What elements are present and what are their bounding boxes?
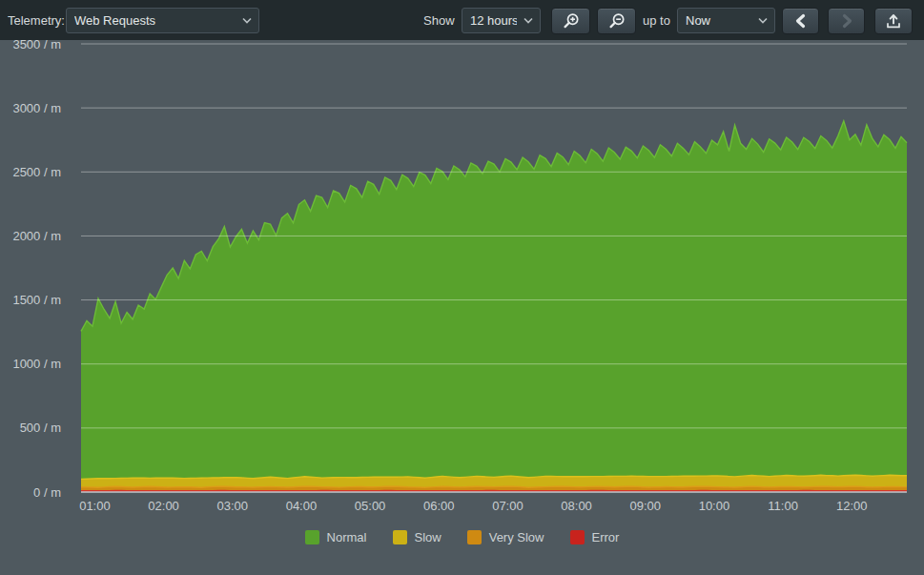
legend-swatch-error xyxy=(570,530,585,544)
telemetry-select-wrap: Web Requests xyxy=(66,8,259,33)
chevron-right-icon xyxy=(838,12,855,30)
legend-label: Error xyxy=(592,530,620,544)
y-axis-label: 1000 / m xyxy=(12,357,61,371)
x-axis-label: 10:00 xyxy=(699,499,730,513)
y-axis-label: 3500 / m xyxy=(12,38,61,51)
upto-select[interactable]: Now xyxy=(677,8,775,33)
y-axis-label: 500 / m xyxy=(20,421,61,435)
x-axis-label: 12:00 xyxy=(836,499,868,513)
telemetry-chart: 0 / m500 / m1000 / m1500 / m2000 / m2500… xyxy=(0,38,924,520)
y-axis-label: 0 / m xyxy=(33,485,61,500)
y-axis-label: 3000 / m xyxy=(12,101,61,115)
chart-legend: NormalSlowVery SlowError xyxy=(0,530,924,544)
zoom-out-button[interactable] xyxy=(597,8,636,34)
telemetry-label: Telemetry: xyxy=(8,13,65,28)
legend-swatch-very-slow xyxy=(467,530,482,544)
zoom-in-button[interactable] xyxy=(551,8,590,34)
legend-swatch-normal xyxy=(305,530,319,544)
telemetry-select[interactable]: Web Requests xyxy=(66,8,259,33)
legend-label: Very Slow xyxy=(489,530,544,544)
show-select-wrap: 12 hours xyxy=(462,8,541,33)
x-axis-label: 06:00 xyxy=(423,499,455,513)
show-range-select[interactable]: 12 hours xyxy=(462,8,541,33)
show-label: Show xyxy=(423,13,455,28)
upload-tray-icon xyxy=(884,11,903,31)
upto-label: up to xyxy=(643,13,670,28)
x-axis-label: 09:00 xyxy=(629,499,661,513)
x-axis-label: 07:00 xyxy=(492,499,524,513)
legend-item-very-slow: Very Slow xyxy=(467,530,544,544)
next-button[interactable] xyxy=(828,8,865,34)
x-axis-label: 01:00 xyxy=(79,499,111,513)
legend-item-normal: Normal xyxy=(305,530,367,544)
legend-item-slow: Slow xyxy=(393,530,441,544)
legend-swatch-slow xyxy=(393,530,407,544)
prev-button[interactable] xyxy=(782,8,819,34)
x-axis-label: 02:00 xyxy=(148,499,179,513)
x-axis-label: 05:00 xyxy=(355,499,386,513)
x-axis-label: 04:00 xyxy=(286,499,318,513)
y-axis-label: 2500 / m xyxy=(12,165,61,179)
zoom-in-icon xyxy=(562,11,581,31)
x-axis-label: 11:00 xyxy=(768,499,798,513)
x-axis-label: 03:00 xyxy=(216,499,248,513)
upto-select-wrap: Now xyxy=(677,8,775,33)
y-axis-label: 1500 / m xyxy=(12,293,61,307)
legend-label: Slow xyxy=(415,530,441,544)
legend-item-error: Error xyxy=(570,530,620,544)
export-button[interactable] xyxy=(874,8,913,34)
legend-label: Normal xyxy=(327,530,367,544)
x-axis-label: 08:00 xyxy=(561,499,592,513)
y-axis-label: 2000 / m xyxy=(12,229,61,243)
zoom-out-icon xyxy=(607,11,626,31)
chevron-left-icon xyxy=(792,12,810,30)
series-normal xyxy=(81,121,907,492)
telemetry-dashboard: Telemetry: Web Requests Show 12 hours xyxy=(0,0,924,575)
toolbar: Telemetry: Web Requests Show 12 hours xyxy=(0,0,924,40)
